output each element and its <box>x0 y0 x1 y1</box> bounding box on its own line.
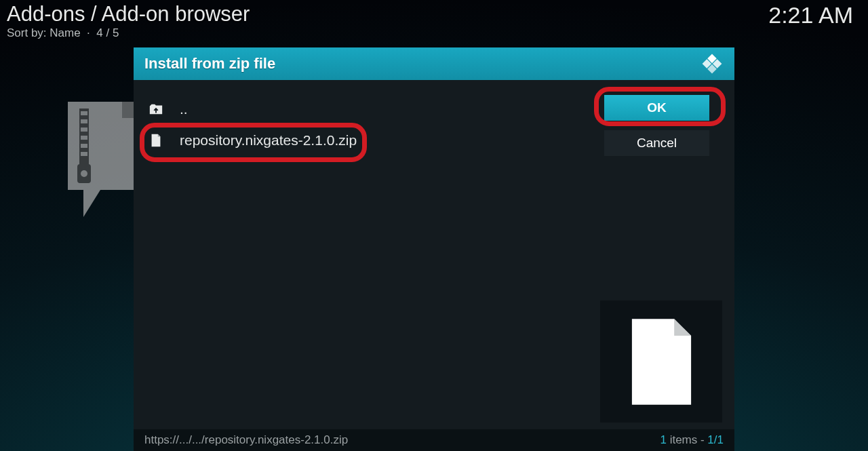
svg-rect-6 <box>81 144 87 148</box>
footer-count: 1 items - 1/1 <box>660 433 724 447</box>
sort-label: Sort by: Name <box>7 26 81 39</box>
dialog-footer: https://.../.../repository.nixgates-2.1.… <box>134 429 734 451</box>
footer-path: https://.../.../repository.nixgates-2.1.… <box>144 433 660 447</box>
file-preview <box>600 300 722 423</box>
list-position: 4 / 5 <box>96 26 119 39</box>
zip-icon <box>62 102 144 224</box>
clock: 2:21 AM <box>768 2 853 28</box>
svg-rect-7 <box>81 152 87 156</box>
svg-rect-3 <box>81 119 87 123</box>
install-dialog: Install from zip file .. <box>134 47 734 451</box>
folder-up-icon <box>149 102 163 117</box>
file-name: repository.nixgates-2.1.0.zip <box>180 132 357 149</box>
svg-rect-5 <box>81 136 87 140</box>
dialog-title: Install from zip file <box>144 55 275 73</box>
dialog-titlebar: Install from zip file <box>134 47 734 80</box>
parent-folder-label: .. <box>180 101 188 117</box>
kodi-logo-icon <box>701 52 724 75</box>
dialog-body: .. repository.nixgates-2.1.0.zip OK Canc… <box>134 80 734 451</box>
file-list: .. repository.nixgates-2.1.0.zip <box>134 80 588 451</box>
file-row[interactable]: repository.nixgates-2.1.0.zip <box>134 125 588 156</box>
sort-line: Sort by: Name · 4 / 5 <box>7 26 861 40</box>
svg-rect-2 <box>81 111 87 115</box>
file-preview-icon <box>626 316 697 408</box>
parent-folder-row[interactable]: .. <box>134 94 588 125</box>
ok-button[interactable]: OK <box>604 95 709 121</box>
cancel-button[interactable]: Cancel <box>604 130 709 156</box>
svg-point-9 <box>81 170 87 177</box>
header: Add-ons / Add-on browser Sort by: Name ·… <box>7 2 861 40</box>
svg-rect-4 <box>81 128 87 132</box>
file-icon <box>149 133 163 148</box>
breadcrumb: Add-ons / Add-on browser <box>7 2 861 26</box>
